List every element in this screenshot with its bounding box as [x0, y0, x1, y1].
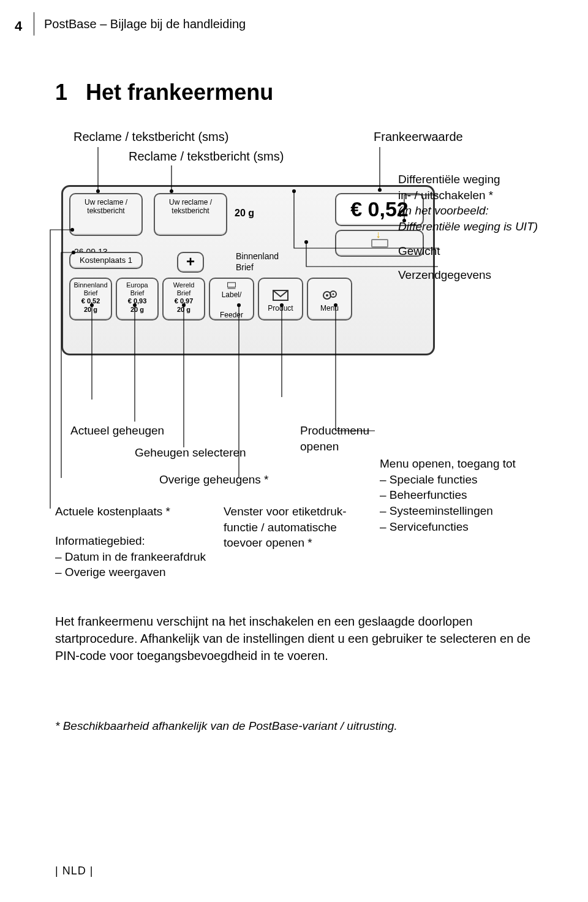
weight-value: 20 g [233, 208, 331, 219]
svg-rect-0 [228, 282, 236, 287]
annot-actuele-kp: Actuele kostenplaats * [55, 504, 170, 520]
memory-2-button[interactable]: Europa Brief € 0,93 20 g [116, 278, 159, 320]
list-item: Speciale functies [380, 472, 551, 488]
annot-productmenu: Productmenu openen [300, 423, 369, 454]
section-title: Het frankeermenu [86, 80, 273, 105]
memory-1-button[interactable]: Binnenland Brief € 0,52 20 g [69, 278, 112, 320]
legend-verzendgegevens: Verzendgegevens [398, 267, 557, 283]
page: 4 PostBase – Bijlage bij de handleiding … [0, 0, 588, 757]
annot-menu-openen: Menu openen, toegang tot Speciale functi… [380, 456, 551, 534]
section-number: 1 [55, 80, 67, 105]
envelope-icon [272, 288, 289, 303]
callout-frankeerwaarde: Frankeerwaarde [374, 130, 463, 144]
label-feeder-button[interactable]: Label/ Feeder [209, 278, 254, 320]
footnote: * Beschikbaarheid afhankelijk van de Pos… [55, 719, 545, 733]
header-title: PostBase – Bijlage bij de handleiding [44, 17, 246, 31]
page-number: 4 [15, 18, 22, 34]
annot-geheugen-selecteren: Geheugen selecteren [135, 445, 246, 461]
device-screen: Uw reclame / tekstbericht 26.09.13 Koste… [61, 185, 435, 355]
kostenplaats-button[interactable]: Kostenplaats 1 [69, 252, 143, 269]
annot-overige-geheugens: Overige geheugens * [159, 472, 269, 488]
verzend-info-column: 20 g Binnenland Brief [233, 193, 331, 273]
legend-diff-weging: Differentiële weging [398, 173, 500, 186]
product-button[interactable]: Product [258, 278, 303, 320]
scale-icon [371, 239, 388, 248]
menu-button[interactable]: Menu [307, 278, 352, 320]
ad-tekstbericht-2[interactable]: Uw reclame / tekstbericht [154, 193, 227, 236]
body-paragraph: Het frankeermenu verschijnt na het insch… [55, 613, 545, 664]
list-item: Servicefuncties [380, 519, 551, 535]
svg-point-5 [326, 294, 328, 297]
annot-actueel-geheugen: Actueel geheugen [70, 423, 164, 439]
verzend-info: Binnenland Brief [233, 251, 331, 273]
label-feeder-icon [223, 281, 240, 289]
gear-icon [321, 288, 338, 303]
plus-button[interactable]: + [177, 252, 204, 273]
section-heading: 1Het frankeermenu [55, 80, 545, 105]
header-divider [34, 12, 37, 36]
top-callout-row: Reclame / tekstbericht (sms) Frankeerwaa… [55, 130, 545, 173]
legend-gewicht: Gewicht [398, 243, 557, 259]
list-item: Overige weergaven [55, 564, 206, 580]
memory-3-button[interactable]: Wereld Brief € 0,97 20 g [162, 278, 205, 320]
annot-informatiegebied: Informatiegebied: Datum in de frankeeraf… [55, 533, 206, 580]
right-legend: Differentiële weging in- / uitschakelen … [398, 172, 557, 292]
callout-reclame-1: Reclame / tekstbericht (sms) [74, 130, 228, 144]
list-item: Systeeminstellingen [380, 503, 551, 519]
ad-tekstbericht-1[interactable]: Uw reclame / tekstbericht [69, 193, 143, 236]
list-item: Beheerfuncties [380, 487, 551, 503]
lower-annotations: Actueel geheugen Geheugen selecteren Ove… [55, 423, 545, 594]
svg-point-6 [333, 293, 334, 295]
footer-lang: | NLD | [55, 865, 93, 877]
callout-reclame-2: Reclame / tekstbericht (sms) [129, 150, 284, 164]
annot-venster-etiket: Venster voor etiketdruk- functie / autom… [224, 504, 371, 551]
list-item: Datum in de frankeerafdruk [55, 549, 206, 565]
